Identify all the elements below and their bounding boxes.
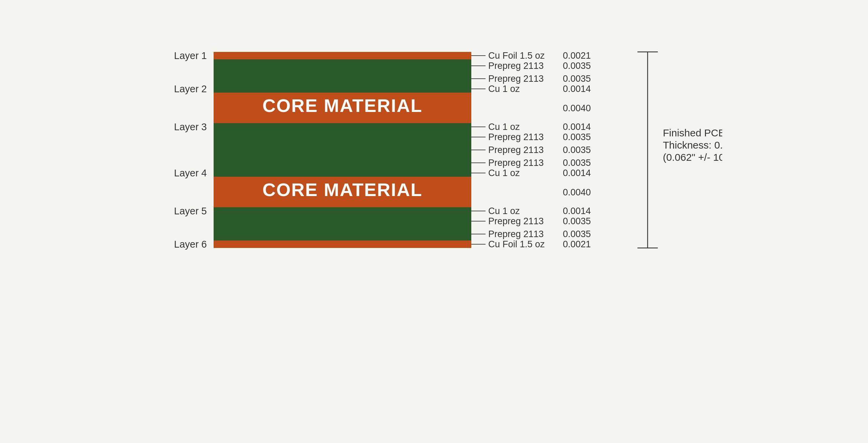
svg-text:Layer 6: Layer 6 <box>174 239 207 250</box>
svg-rect-18 <box>214 215 471 228</box>
svg-rect-17 <box>214 156 471 169</box>
svg-text:0.0021: 0.0021 <box>563 51 591 61</box>
svg-text:Cu 1 oz: Cu 1 oz <box>488 206 520 216</box>
svg-text:Prepreg 2113: Prepreg 2113 <box>488 216 544 226</box>
svg-text:0.0021: 0.0021 <box>563 239 591 249</box>
svg-text:Cu 1 oz: Cu 1 oz <box>488 122 520 132</box>
svg-text:Cu 1 oz: Cu 1 oz <box>488 84 520 94</box>
svg-text:Layer 1: Layer 1 <box>174 50 207 61</box>
svg-text:0.0014: 0.0014 <box>563 84 591 94</box>
svg-text:Cu Foil 1.5 oz: Cu Foil 1.5 oz <box>488 239 545 249</box>
svg-text:Prepreg 2113: Prepreg 2113 <box>488 61 544 71</box>
svg-text:0.0035: 0.0035 <box>563 145 591 155</box>
svg-text:0.0035: 0.0035 <box>563 132 591 142</box>
svg-text:Layer 3: Layer 3 <box>174 121 207 132</box>
main-content: Finished PCBThickness: 0.0618(0.062" +/-… <box>146 25 722 418</box>
svg-rect-13 <box>214 59 471 72</box>
svg-rect-10 <box>214 207 471 215</box>
svg-text:Layer 5: Layer 5 <box>174 206 207 216</box>
svg-rect-12 <box>214 52 471 59</box>
svg-text:0.0040: 0.0040 <box>563 103 591 113</box>
svg-rect-5 <box>214 85 471 93</box>
svg-rect-16 <box>214 143 471 156</box>
svg-text:0.0035: 0.0035 <box>563 216 591 226</box>
svg-text:Finished PCBThickness: 0.0618(: Finished PCBThickness: 0.0618(0.062" +/-… <box>663 127 722 163</box>
svg-rect-6 <box>214 123 471 131</box>
svg-text:0.0035: 0.0035 <box>563 158 591 168</box>
svg-text:0.0035: 0.0035 <box>563 74 591 84</box>
svg-text:CORE MATERIAL: CORE MATERIAL <box>262 179 422 200</box>
svg-rect-15 <box>214 131 471 143</box>
svg-text:Prepreg 2113: Prepreg 2113 <box>488 74 544 84</box>
svg-text:Prepreg 2113: Prepreg 2113 <box>488 229 544 239</box>
svg-text:CORE MATERIAL: CORE MATERIAL <box>262 95 422 116</box>
diagram-wrapper: Finished PCBThickness: 0.0618(0.062" +/-… <box>0 0 868 443</box>
svg-text:0.0014: 0.0014 <box>563 206 591 216</box>
svg-rect-14 <box>214 72 471 85</box>
svg-text:0.0040: 0.0040 <box>563 187 591 197</box>
svg-rect-20 <box>214 240 471 248</box>
svg-text:Cu 1 oz: Cu 1 oz <box>488 168 520 178</box>
svg-text:Prepreg 2113: Prepreg 2113 <box>488 132 544 142</box>
svg-rect-9 <box>214 169 471 177</box>
svg-text:0.0035: 0.0035 <box>563 229 591 239</box>
svg-text:0.0014: 0.0014 <box>563 168 591 178</box>
svg-text:Cu Foil 1.5 oz: Cu Foil 1.5 oz <box>488 51 545 61</box>
svg-text:0.0014: 0.0014 <box>563 122 591 132</box>
svg-rect-19 <box>214 228 471 240</box>
svg-text:0.0035: 0.0035 <box>563 61 591 71</box>
svg-text:Layer 4: Layer 4 <box>174 168 207 178</box>
svg-text:Prepreg 2113: Prepreg 2113 <box>488 145 544 155</box>
svg-text:Layer 2: Layer 2 <box>174 83 207 94</box>
svg-text:Prepreg 2113: Prepreg 2113 <box>488 158 544 168</box>
